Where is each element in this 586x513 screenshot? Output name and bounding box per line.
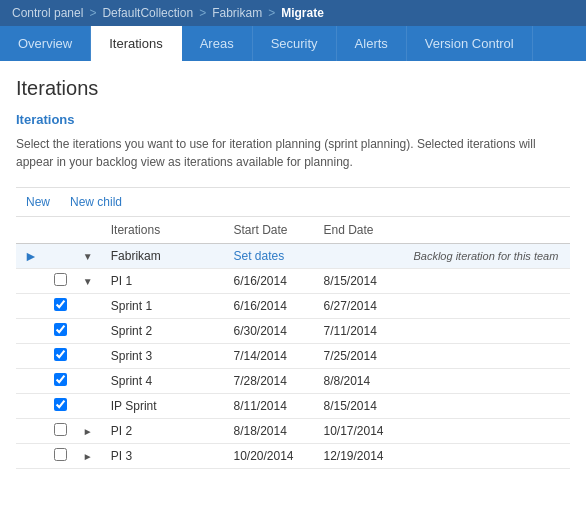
row-expand-cell: ► <box>75 444 103 469</box>
row-check-cell[interactable] <box>46 444 75 469</box>
row-check-cell[interactable] <box>46 369 75 394</box>
table-row: Sprint 1 6/16/2014 6/27/2014 <box>16 294 570 319</box>
new-button[interactable]: New <box>16 192 60 212</box>
table-row: ► PI 2 8/18/2014 10/17/2014 <box>16 419 570 444</box>
row-expand-cell <box>75 294 103 319</box>
iteration-checkbox[interactable] <box>54 373 67 386</box>
collapse-icon[interactable]: ▼ <box>83 251 93 262</box>
iteration-checkbox[interactable] <box>54 448 67 461</box>
row-arrow-cell <box>16 344 46 369</box>
table-row: ► ▼ Fabrikam Set dates Backlog iteration… <box>16 244 570 269</box>
row-end-cell: 8/15/2014 <box>315 269 405 294</box>
row-expand-cell <box>75 369 103 394</box>
row-backlog-cell <box>405 269 570 294</box>
row-expand-cell <box>75 394 103 419</box>
row-name-cell: Sprint 3 <box>103 344 226 369</box>
tab-security[interactable]: Security <box>253 26 337 61</box>
row-name-cell: Sprint 4 <box>103 369 226 394</box>
row-backlog-cell: Backlog iteration for this team <box>405 244 570 269</box>
page-title: Iterations <box>16 77 570 100</box>
row-check-cell[interactable] <box>46 269 75 294</box>
section-title: Iterations <box>16 112 570 127</box>
row-backlog-cell <box>405 319 570 344</box>
iteration-checkbox[interactable] <box>54 323 67 336</box>
iteration-name: PI 3 <box>111 449 132 463</box>
row-start-cell: 6/16/2014 <box>225 269 315 294</box>
set-dates-link[interactable]: Set dates <box>233 249 284 263</box>
selected-arrow-icon: ► <box>24 248 38 264</box>
tab-overview[interactable]: Overview <box>0 26 91 61</box>
row-end-cell: 6/27/2014 <box>315 294 405 319</box>
row-end-cell: 7/11/2014 <box>315 319 405 344</box>
row-arrow-cell <box>16 269 46 294</box>
row-backlog-cell <box>405 344 570 369</box>
tab-alerts[interactable]: Alerts <box>337 26 407 61</box>
tab-areas[interactable]: Areas <box>182 26 253 61</box>
iteration-checkbox[interactable] <box>54 298 67 311</box>
breadcrumb: Control panel > DefaultCollection > Fabr… <box>0 0 586 26</box>
expand-icon[interactable]: ▼ <box>83 276 93 287</box>
iterations-table: Iterations Start Date End Date ► ▼ Fabri… <box>16 217 570 469</box>
row-check-cell[interactable] <box>46 419 75 444</box>
iteration-checkbox[interactable] <box>54 423 67 436</box>
breadcrumb-sep-3: > <box>268 6 275 20</box>
row-name-cell: Fabrikam <box>103 244 226 269</box>
row-check-cell[interactable] <box>46 394 75 419</box>
row-backlog-cell <box>405 394 570 419</box>
toolbar: New New child <box>16 187 570 217</box>
row-arrow-cell <box>16 444 46 469</box>
iteration-name: Fabrikam <box>111 249 161 263</box>
row-start-cell: Set dates <box>225 244 315 269</box>
row-start-cell: 6/30/2014 <box>225 319 315 344</box>
expand-icon[interactable]: ► <box>83 426 93 437</box>
breadcrumb-sep-1: > <box>89 6 96 20</box>
breadcrumb-fabrikam[interactable]: Fabrikam <box>212 6 262 20</box>
row-start-cell: 8/11/2014 <box>225 394 315 419</box>
iteration-name: Sprint 2 <box>111 324 152 338</box>
row-start-cell: 8/18/2014 <box>225 419 315 444</box>
row-backlog-cell <box>405 294 570 319</box>
row-backlog-cell <box>405 444 570 469</box>
iteration-name: Sprint 4 <box>111 374 152 388</box>
table-header-row: Iterations Start Date End Date <box>16 217 570 244</box>
row-arrow-cell <box>16 319 46 344</box>
page-content: Iterations Iterations Select the iterati… <box>0 61 586 469</box>
iteration-name: Sprint 3 <box>111 349 152 363</box>
row-start-cell: 6/16/2014 <box>225 294 315 319</box>
expand-icon[interactable]: ► <box>83 451 93 462</box>
tab-iterations[interactable]: Iterations <box>91 26 181 61</box>
description: Select the iterations you want to use fo… <box>16 135 570 171</box>
row-start-cell: 7/28/2014 <box>225 369 315 394</box>
iteration-checkbox[interactable] <box>54 348 67 361</box>
breadcrumb-current: Migrate <box>281 6 324 20</box>
iteration-checkbox[interactable] <box>54 398 67 411</box>
row-check-cell[interactable] <box>46 294 75 319</box>
col-arrow-header <box>16 217 46 244</box>
row-end-cell: 12/19/2014 <box>315 444 405 469</box>
row-check-cell[interactable] <box>46 319 75 344</box>
row-arrow-cell <box>16 294 46 319</box>
breadcrumb-control-panel[interactable]: Control panel <box>12 6 83 20</box>
row-expand-cell: ▼ <box>75 244 103 269</box>
breadcrumb-default-collection[interactable]: DefaultCollection <box>102 6 193 20</box>
col-check-header <box>46 217 75 244</box>
iteration-checkbox[interactable] <box>54 273 67 286</box>
row-name-cell: Sprint 1 <box>103 294 226 319</box>
tab-version-control[interactable]: Version Control <box>407 26 533 61</box>
row-expand-cell: ► <box>75 419 103 444</box>
row-end-cell: 8/15/2014 <box>315 394 405 419</box>
row-name-cell: PI 3 <box>103 444 226 469</box>
new-child-button[interactable]: New child <box>60 192 132 212</box>
row-end-cell: 10/17/2014 <box>315 419 405 444</box>
row-backlog-cell <box>405 419 570 444</box>
tab-bar: Overview Iterations Areas Security Alert… <box>0 26 586 61</box>
row-end-cell: 7/25/2014 <box>315 344 405 369</box>
row-start-cell: 7/14/2014 <box>225 344 315 369</box>
row-check-cell[interactable] <box>46 344 75 369</box>
row-name-cell: PI 2 <box>103 419 226 444</box>
table-row: Sprint 2 6/30/2014 7/11/2014 <box>16 319 570 344</box>
row-arrow-cell <box>16 394 46 419</box>
table-row: Sprint 3 7/14/2014 7/25/2014 <box>16 344 570 369</box>
row-expand-cell <box>75 344 103 369</box>
iteration-name: PI 1 <box>111 274 132 288</box>
